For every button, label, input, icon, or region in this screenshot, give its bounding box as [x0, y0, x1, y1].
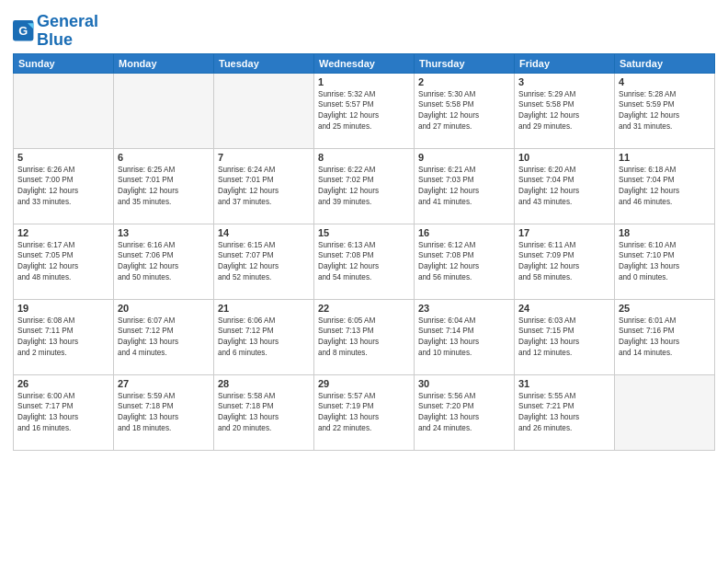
calendar: SundayMondayTuesdayWednesdayThursdayFrid…: [13, 53, 715, 451]
day-cell: 23Sunrise: 6:04 AM Sunset: 7:14 PM Dayli…: [415, 299, 515, 374]
day-cell: 7Sunrise: 6:24 AM Sunset: 7:01 PM Daylig…: [214, 148, 314, 224]
day-info: Sunrise: 6:06 AM Sunset: 7:12 PM Dayligh…: [218, 316, 310, 360]
day-cell: 6Sunrise: 6:25 AM Sunset: 7:01 PM Daylig…: [114, 148, 214, 224]
day-cell: [14, 73, 114, 148]
day-cell: 5Sunrise: 6:26 AM Sunset: 7:00 PM Daylig…: [14, 148, 114, 224]
weekday-header-saturday: Saturday: [615, 53, 715, 73]
day-info: Sunrise: 5:59 AM Sunset: 7:18 PM Dayligh…: [118, 391, 210, 435]
day-number: 19: [17, 303, 109, 314]
weekday-header-tuesday: Tuesday: [214, 53, 314, 73]
day-number: 30: [418, 378, 510, 389]
day-cell: [114, 73, 214, 148]
day-info: Sunrise: 6:05 AM Sunset: 7:13 PM Dayligh…: [318, 316, 410, 360]
day-number: 11: [619, 152, 711, 163]
day-info: Sunrise: 6:25 AM Sunset: 7:01 PM Dayligh…: [118, 165, 210, 209]
week-row-5: 26Sunrise: 6:00 AM Sunset: 7:17 PM Dayli…: [14, 374, 715, 450]
weekday-header-wednesday: Wednesday: [314, 53, 415, 73]
weekday-header-friday: Friday: [515, 53, 615, 73]
week-row-2: 5Sunrise: 6:26 AM Sunset: 7:00 PM Daylig…: [14, 148, 715, 224]
day-info: Sunrise: 6:17 AM Sunset: 7:05 PM Dayligh…: [17, 240, 109, 284]
day-number: 7: [218, 152, 310, 163]
day-number: 22: [318, 303, 410, 314]
weekday-header-monday: Monday: [114, 53, 214, 73]
day-cell: 19Sunrise: 6:08 AM Sunset: 7:11 PM Dayli…: [14, 299, 114, 374]
day-number: 13: [118, 227, 210, 238]
day-cell: 29Sunrise: 5:57 AM Sunset: 7:19 PM Dayli…: [314, 374, 415, 450]
day-number: 4: [619, 76, 711, 87]
day-cell: 14Sunrise: 6:15 AM Sunset: 7:07 PM Dayli…: [214, 224, 314, 299]
day-number: 14: [218, 227, 310, 238]
day-number: 31: [518, 378, 610, 389]
day-info: Sunrise: 6:15 AM Sunset: 7:07 PM Dayligh…: [218, 240, 310, 284]
week-row-4: 19Sunrise: 6:08 AM Sunset: 7:11 PM Dayli…: [14, 299, 715, 374]
day-cell: 16Sunrise: 6:12 AM Sunset: 7:08 PM Dayli…: [415, 224, 515, 299]
day-number: 1: [318, 76, 410, 87]
day-number: 27: [118, 378, 210, 389]
day-number: 20: [118, 303, 210, 314]
day-info: Sunrise: 5:56 AM Sunset: 7:20 PM Dayligh…: [418, 391, 510, 435]
day-info: Sunrise: 6:10 AM Sunset: 7:10 PM Dayligh…: [619, 240, 711, 284]
day-info: Sunrise: 6:24 AM Sunset: 7:01 PM Dayligh…: [218, 165, 310, 209]
day-cell: 18Sunrise: 6:10 AM Sunset: 7:10 PM Dayli…: [615, 224, 715, 299]
day-cell: [214, 73, 314, 148]
day-number: 5: [17, 152, 109, 163]
day-cell: 26Sunrise: 6:00 AM Sunset: 7:17 PM Dayli…: [14, 374, 114, 450]
day-number: 21: [218, 303, 310, 314]
day-info: Sunrise: 5:29 AM Sunset: 5:58 PM Dayligh…: [518, 89, 610, 133]
day-info: Sunrise: 5:55 AM Sunset: 7:21 PM Dayligh…: [518, 391, 610, 435]
day-number: 16: [418, 227, 510, 238]
day-number: 17: [518, 227, 610, 238]
day-info: Sunrise: 6:01 AM Sunset: 7:16 PM Dayligh…: [619, 316, 711, 360]
day-cell: 2Sunrise: 5:30 AM Sunset: 5:58 PM Daylig…: [415, 73, 515, 148]
logo-general: General: [37, 12, 98, 30]
day-number: 3: [518, 76, 610, 87]
day-info: Sunrise: 6:07 AM Sunset: 7:12 PM Dayligh…: [118, 316, 210, 360]
week-row-3: 12Sunrise: 6:17 AM Sunset: 7:05 PM Dayli…: [14, 224, 715, 299]
day-info: Sunrise: 6:00 AM Sunset: 7:17 PM Dayligh…: [17, 391, 109, 435]
logo: G General Blue: [13, 13, 98, 50]
day-cell: 27Sunrise: 5:59 AM Sunset: 7:18 PM Dayli…: [114, 374, 214, 450]
day-cell: 11Sunrise: 6:18 AM Sunset: 7:04 PM Dayli…: [615, 148, 715, 224]
day-info: Sunrise: 6:04 AM Sunset: 7:14 PM Dayligh…: [418, 316, 510, 360]
day-cell: 25Sunrise: 6:01 AM Sunset: 7:16 PM Dayli…: [615, 299, 715, 374]
day-info: Sunrise: 5:28 AM Sunset: 5:59 PM Dayligh…: [619, 89, 711, 133]
logo-blue: Blue: [37, 30, 73, 49]
day-number: 10: [518, 152, 610, 163]
day-number: 15: [318, 227, 410, 238]
day-cell: 21Sunrise: 6:06 AM Sunset: 7:12 PM Dayli…: [214, 299, 314, 374]
day-number: 23: [418, 303, 510, 314]
day-cell: 22Sunrise: 6:05 AM Sunset: 7:13 PM Dayli…: [314, 299, 415, 374]
day-cell: 20Sunrise: 6:07 AM Sunset: 7:12 PM Dayli…: [114, 299, 214, 374]
day-cell: 10Sunrise: 6:20 AM Sunset: 7:04 PM Dayli…: [515, 148, 615, 224]
day-cell: 8Sunrise: 6:22 AM Sunset: 7:02 PM Daylig…: [314, 148, 415, 224]
day-number: 2: [418, 76, 510, 87]
day-info: Sunrise: 5:30 AM Sunset: 5:58 PM Dayligh…: [418, 89, 510, 133]
day-info: Sunrise: 6:21 AM Sunset: 7:03 PM Dayligh…: [418, 165, 510, 209]
day-cell: 24Sunrise: 6:03 AM Sunset: 7:15 PM Dayli…: [515, 299, 615, 374]
day-info: Sunrise: 5:32 AM Sunset: 5:57 PM Dayligh…: [318, 89, 410, 133]
day-info: Sunrise: 6:22 AM Sunset: 7:02 PM Dayligh…: [318, 165, 410, 209]
weekday-header-row: SundayMondayTuesdayWednesdayThursdayFrid…: [14, 53, 715, 73]
day-info: Sunrise: 6:18 AM Sunset: 7:04 PM Dayligh…: [619, 165, 711, 209]
day-info: Sunrise: 6:08 AM Sunset: 7:11 PM Dayligh…: [17, 316, 109, 360]
day-number: 25: [619, 303, 711, 314]
day-number: 28: [218, 378, 310, 389]
day-cell: 13Sunrise: 6:16 AM Sunset: 7:06 PM Dayli…: [114, 224, 214, 299]
weekday-header-thursday: Thursday: [415, 53, 515, 73]
day-info: Sunrise: 6:03 AM Sunset: 7:15 PM Dayligh…: [518, 316, 610, 360]
day-cell: 1Sunrise: 5:32 AM Sunset: 5:57 PM Daylig…: [314, 73, 415, 148]
page-container: G General Blue SundayMondayTuesdayWednes…: [0, 0, 728, 563]
day-cell: 15Sunrise: 6:13 AM Sunset: 7:08 PM Dayli…: [314, 224, 415, 299]
logo-text: General Blue: [37, 13, 98, 50]
day-cell: 30Sunrise: 5:56 AM Sunset: 7:20 PM Dayli…: [415, 374, 515, 450]
day-number: 9: [418, 152, 510, 163]
day-cell: 31Sunrise: 5:55 AM Sunset: 7:21 PM Dayli…: [515, 374, 615, 450]
day-number: 18: [619, 227, 711, 238]
day-info: Sunrise: 6:16 AM Sunset: 7:06 PM Dayligh…: [118, 240, 210, 284]
day-info: Sunrise: 6:12 AM Sunset: 7:08 PM Dayligh…: [418, 240, 510, 284]
day-cell: 12Sunrise: 6:17 AM Sunset: 7:05 PM Dayli…: [14, 224, 114, 299]
day-info: Sunrise: 6:11 AM Sunset: 7:09 PM Dayligh…: [518, 240, 610, 284]
week-row-1: 1Sunrise: 5:32 AM Sunset: 5:57 PM Daylig…: [14, 73, 715, 148]
day-number: 6: [118, 152, 210, 163]
day-cell: 28Sunrise: 5:58 AM Sunset: 7:18 PM Dayli…: [214, 374, 314, 450]
